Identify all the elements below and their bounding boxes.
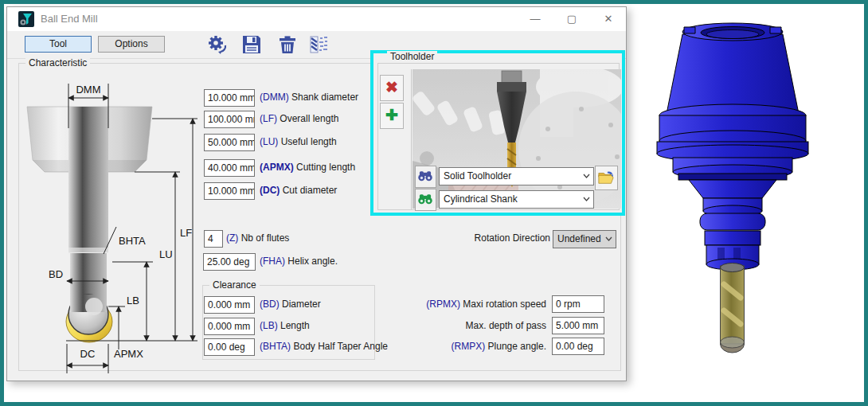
shank-type-value: Cylindrical Shank	[444, 193, 518, 205]
rpmx-input[interactable]: 0 rpm	[552, 295, 604, 313]
dim-lb: LB	[127, 295, 139, 306]
chevron-down-icon	[583, 174, 590, 178]
tab-tool[interactable]: Tool	[25, 36, 92, 53]
dim-dmm: DMM	[76, 84, 100, 96]
apmx-input[interactable]: 40.000 mm	[204, 159, 255, 177]
apmx-code: (APMX)	[260, 162, 294, 173]
rpmx-code: (RPMX)	[426, 299, 460, 310]
browse-toolholder-button[interactable]	[595, 166, 618, 190]
dim-bd: BD	[49, 268, 63, 280]
save-icon[interactable]	[240, 33, 263, 56]
tab-options[interactable]: Options	[98, 36, 165, 53]
binoculars-green-icon	[417, 193, 433, 205]
dim-lf: LF	[180, 227, 192, 239]
close-button[interactable]: ✕	[596, 10, 620, 29]
clearance-lb-text: Length	[280, 320, 310, 331]
clearance-bd-text: Diameter	[282, 299, 321, 310]
settings-gear-icon[interactable]	[206, 33, 229, 56]
apmx-label: (APMX) Cutting length	[260, 158, 355, 176]
dc-text: Cut diameter	[283, 185, 338, 196]
rmpx-label: (RMPX) Plunge angle.	[339, 338, 546, 355]
tool-dimension-diagram: DMM LF LU LB BD BHTA DC APMX	[21, 71, 204, 373]
binoculars-blue-icon	[417, 170, 433, 182]
toolholder-separator	[411, 69, 412, 209]
dim-bhta: BHTA	[119, 235, 146, 247]
rotation-direction-label: Rotation Direction	[391, 229, 550, 247]
rpmx-label: (RPMX) Maxi rotation speed	[339, 295, 546, 313]
dmm-text: Shank diameter	[291, 92, 358, 103]
clearance-bd-code: (BD)	[260, 299, 280, 310]
chevron-down-icon	[583, 197, 590, 201]
title-bar: Ball End Mill — ▢ ✕	[7, 7, 626, 31]
rotation-direction-select[interactable]: Undefined	[553, 230, 616, 248]
ball-end-mill-dialog: Ball End Mill — ▢ ✕ Tool Options	[6, 6, 627, 381]
lf-text: Overall length	[280, 113, 338, 124]
depth-of-pass-label: Max. depth of pass	[339, 317, 546, 334]
lu-code: (LU)	[260, 136, 278, 147]
tool-info-icon[interactable]	[308, 33, 330, 56]
lf-label: (LF) Overall length	[260, 110, 338, 127]
dim-dc: DC	[80, 348, 96, 360]
depth-of-pass-input[interactable]: 5.000 mm	[552, 317, 604, 334]
maximize-button[interactable]: ▢	[560, 10, 584, 29]
lu-label: (LU) Useful length	[260, 133, 337, 150]
delete-trash-icon[interactable]	[276, 33, 299, 56]
chevron-down-icon	[605, 236, 612, 241]
toolholder-3d-render[interactable]	[649, 10, 848, 372]
search-toolholder-button[interactable]	[415, 166, 436, 188]
toolholder-type-value: Solid Toolholder	[444, 170, 511, 182]
dc-label: (DC) Cut diameter	[260, 182, 337, 199]
helix-label: (FHA) Helix angle.	[260, 252, 338, 270]
helix-code: (FHA)	[260, 256, 285, 267]
dim-apmx: APMX	[114, 348, 143, 360]
lf-input[interactable]: 100.000 mm	[204, 111, 255, 128]
rotation-direction-value: Undefined	[557, 233, 601, 244]
lu-text: Useful length	[281, 136, 337, 147]
shank-type-select[interactable]: Cylindrical Shank	[439, 190, 594, 209]
clearance-bd-label: (BD) Diameter	[260, 295, 321, 313]
lu-input[interactable]: 50.000 mm	[204, 134, 255, 151]
dim-lu: LU	[159, 248, 173, 260]
open-folder-icon	[597, 169, 615, 186]
add-toolholder-button[interactable]: ✚	[380, 103, 404, 129]
clearance-lb-input[interactable]: 0.000 mm	[204, 318, 255, 335]
rmpx-text: Plunge angle.	[488, 341, 546, 352]
render-tool-bit	[721, 264, 745, 353]
flutes-label: (Z) Nb of flutes	[226, 229, 289, 247]
minimize-button[interactable]: —	[523, 10, 547, 29]
dc-input[interactable]: 10.000 mm	[204, 182, 255, 200]
flutes-input[interactable]: 4	[204, 230, 223, 248]
dmm-code: (DMM)	[260, 92, 289, 103]
characteristic-group-label: Characteristic	[25, 57, 90, 68]
flutes-text: Nb of flutes	[241, 232, 290, 244]
clearance-bd-input[interactable]: 0.000 mm	[204, 296, 255, 314]
clearance-group-label: Clearance	[209, 279, 260, 291]
dmm-label: (DMM) Shank diameter	[260, 88, 358, 106]
dc-code: (DC)	[260, 185, 280, 196]
toolholder-group-label: Toolholder	[387, 51, 437, 62]
rmpx-input[interactable]: 0.00 deg	[552, 338, 604, 355]
search-shank-button[interactable]	[415, 189, 436, 211]
toolholder-machine-photo	[412, 69, 621, 209]
apmx-text: Cutting length	[296, 162, 355, 173]
window-title: Ball End Mill	[41, 7, 98, 31]
helix-input[interactable]: 25.00 deg	[203, 253, 256, 271]
rpmx-text: Maxi rotation speed	[463, 299, 546, 310]
clearance-lb-label: (LB) Length	[260, 317, 310, 334]
flutes-code: (Z)	[226, 232, 238, 244]
rmpx-code: (RMPX)	[452, 341, 486, 352]
remove-toolholder-button[interactable]: ✖	[380, 75, 404, 101]
toolholder-highlight-box: Toolholder ✖ ✚	[370, 50, 625, 216]
clearance-bhta-code: (BHTA)	[260, 341, 291, 352]
tool-silhouette	[27, 107, 152, 342]
clearance-lb-code: (LB)	[260, 320, 278, 331]
dmm-input[interactable]: 10.000 mm	[204, 89, 255, 107]
app-icon	[18, 11, 34, 27]
clearance-bhta-input[interactable]: 0.00 deg	[204, 338, 255, 356]
lf-code: (LF)	[260, 113, 277, 124]
toolholder-type-select[interactable]: Solid Toolholder	[439, 167, 594, 185]
helix-text: Helix angle.	[287, 256, 338, 267]
